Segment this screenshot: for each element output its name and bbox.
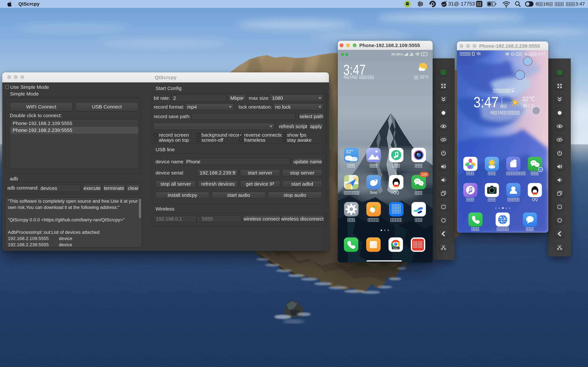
svg-text:100: 100 (517, 53, 520, 55)
svg-text:!: ! (473, 53, 473, 55)
svg-text:Beta: Beta (393, 247, 398, 249)
svg-text:5: 5 (423, 53, 424, 56)
